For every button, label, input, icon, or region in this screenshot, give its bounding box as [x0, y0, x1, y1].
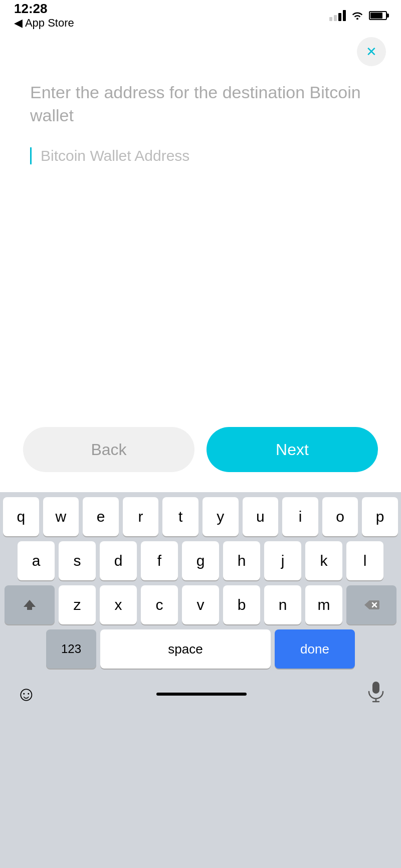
microphone-button[interactable] — [367, 681, 385, 707]
num-key[interactable]: 123 — [46, 629, 96, 669]
delete-key[interactable] — [346, 585, 396, 624]
wifi-icon — [351, 10, 364, 22]
key-f[interactable]: f — [141, 541, 178, 580]
home-indicator — [156, 693, 247, 696]
key-n[interactable]: n — [264, 585, 301, 624]
address-input-wrapper[interactable] — [30, 147, 371, 164]
key-m[interactable]: m — [305, 585, 342, 624]
key-u[interactable]: u — [243, 497, 279, 536]
key-k[interactable]: k — [305, 541, 342, 580]
key-w[interactable]: w — [43, 497, 79, 536]
keyboard-row-2: a s d f g h j k l — [3, 541, 398, 580]
bottom-buttons: Back Next — [0, 427, 401, 472]
key-v[interactable]: v — [182, 585, 219, 624]
keyboard-row-3: z x c v b n m — [3, 585, 398, 624]
status-bar: 12:28 ◀ App Store — [0, 0, 401, 27]
key-x[interactable]: x — [100, 585, 137, 624]
key-b[interactable]: b — [223, 585, 260, 624]
key-j[interactable]: j — [264, 541, 301, 580]
main-content: Enter the address for the destination Bi… — [0, 71, 401, 164]
keyboard: q w e r t y u i o p a s d f g h j k l — [0, 492, 401, 868]
key-l[interactable]: l — [346, 541, 383, 580]
key-g[interactable]: g — [182, 541, 219, 580]
back-button[interactable]: Back — [23, 427, 194, 472]
emoji-button[interactable]: ☺ — [16, 683, 37, 705]
key-s[interactable]: s — [59, 541, 96, 580]
keyboard-row-4: 123 space done — [3, 629, 398, 669]
key-h[interactable]: h — [223, 541, 260, 580]
key-p[interactable]: p — [362, 497, 398, 536]
close-icon: ✕ — [366, 45, 377, 58]
key-q[interactable]: q — [3, 497, 39, 536]
key-e[interactable]: e — [83, 497, 119, 536]
status-left: 12:28 ◀ App Store — [14, 2, 74, 30]
key-z[interactable]: z — [59, 585, 96, 624]
done-key[interactable]: done — [275, 629, 355, 669]
key-r[interactable]: r — [123, 497, 159, 536]
key-a[interactable]: a — [18, 541, 55, 580]
svg-marker-0 — [24, 600, 36, 610]
key-d[interactable]: d — [100, 541, 137, 580]
instruction-text: Enter the address for the destination Bi… — [30, 81, 371, 127]
signal-icon — [329, 10, 346, 21]
shift-key[interactable] — [5, 585, 55, 624]
address-input[interactable] — [41, 147, 371, 164]
close-button[interactable]: ✕ — [357, 37, 386, 66]
key-t[interactable]: t — [162, 497, 198, 536]
key-c[interactable]: c — [141, 585, 178, 624]
status-nav-back[interactable]: ◀ App Store — [14, 17, 74, 30]
svg-rect-3 — [372, 682, 379, 694]
status-time: 12:28 — [14, 2, 74, 16]
status-right — [329, 10, 387, 22]
key-y[interactable]: y — [203, 497, 239, 536]
key-i[interactable]: i — [282, 497, 318, 536]
keyboard-row-1: q w e r t y u i o p — [3, 497, 398, 536]
close-button-container: ✕ — [0, 27, 401, 71]
keyboard-rows: q w e r t y u i o p a s d f g h j k l — [3, 497, 398, 669]
keyboard-bottom: ☺ — [3, 674, 398, 712]
next-button[interactable]: Next — [207, 427, 378, 472]
space-key[interactable]: space — [100, 629, 271, 669]
key-o[interactable]: o — [322, 497, 358, 536]
battery-icon — [369, 11, 387, 20]
